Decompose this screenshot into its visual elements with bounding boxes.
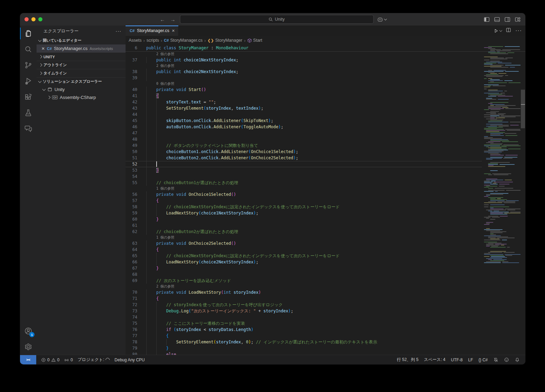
line-number: 53	[126, 167, 137, 173]
breadcrumb-start[interactable]: Start	[247, 38, 262, 43]
code-line: 38 public int choice2NextStoryIndex;	[126, 69, 482, 75]
tree-item-assembly-csharp[interactable]: C#Assembly-CSharp	[37, 93, 126, 101]
chevron-down-icon	[499, 29, 502, 32]
bell-slash-icon[interactable]	[493, 357, 498, 362]
feedback-icon[interactable]	[504, 357, 509, 362]
status-item-utf-8[interactable]: UTF-8	[451, 358, 463, 362]
minimize-window-button[interactable]	[31, 17, 36, 21]
status-item-lf[interactable]: LF	[468, 358, 473, 362]
activity-extensions-icon[interactable]	[20, 89, 37, 105]
code-line: 51 choiceButton2.onClick.AddListener(OnC…	[126, 155, 482, 161]
code-line: 59 LoadNextStory(choice1NextStoryIndex);	[126, 210, 482, 216]
nav-back-icon[interactable]: ←	[159, 17, 166, 22]
search-icon	[269, 17, 273, 22]
chevron-right-icon	[39, 72, 42, 75]
tree-item-unity[interactable]: Unity	[37, 86, 126, 93]
chevron-down-icon	[38, 79, 42, 83]
line-number: 62	[126, 229, 137, 235]
line-number: 49	[126, 142, 137, 149]
codelens-references[interactable]: 2 個の参照	[126, 63, 482, 69]
maximize-window-button[interactable]	[38, 17, 42, 21]
activity-files-icon[interactable]	[20, 26, 37, 41]
code-line: 57 {	[126, 198, 482, 204]
breadcrumb-assets[interactable]: Assets	[129, 38, 142, 43]
line-number: 69	[126, 278, 137, 284]
open-editors-section[interactable]: 開いているエディター	[37, 37, 126, 44]
toggle-sidebar-icon[interactable]	[484, 17, 489, 22]
explorer-more-actions-icon[interactable]: ···	[116, 28, 121, 34]
breadcrumb-separator: ›	[143, 38, 145, 43]
status-item-0[interactable]: 0	[64, 358, 73, 362]
activity-run-debug-icon[interactable]	[20, 73, 37, 89]
code-line: 50 choiceButton1.onClick.AddListener(OnC…	[126, 149, 482, 155]
copilot-menu[interactable]	[377, 17, 386, 22]
close-window-button[interactable]	[24, 17, 29, 21]
codelens-references[interactable]: 1 個の参照	[126, 235, 482, 240]
split-editor-icon[interactable]	[506, 28, 511, 34]
open-editor-storymanager[interactable]: ✕ C# StoryManager.cs Assets/scripts	[37, 44, 126, 52]
status-item--52-5[interactable]: 行 52、列 5	[397, 357, 418, 363]
customize-layout-icon[interactable]	[515, 17, 521, 22]
breadcrumb-storymanager[interactable]: ❮❯StoryManager	[208, 38, 242, 43]
status-item--4[interactable]: スペース: 4	[424, 357, 445, 363]
line-number: 55	[126, 180, 137, 186]
tab-close-icon[interactable]: ✕	[172, 29, 175, 33]
breadcrumb-scripts[interactable]: scripts	[147, 38, 159, 43]
bell-icon[interactable]	[515, 357, 520, 362]
close-icon[interactable]: ✕	[41, 46, 45, 51]
codelens-references[interactable]: 2 個の参照	[126, 51, 482, 57]
status-item-debug-any-cpu[interactable]: Debug Any CPU	[115, 358, 145, 362]
activity-search-icon[interactable]	[20, 41, 37, 57]
codelens-references[interactable]: 2 個の参照	[126, 284, 482, 289]
status-item-0[interactable]: 00	[41, 358, 59, 362]
sidebar-section-1[interactable]: UNITY	[37, 52, 126, 61]
activity-settings-icon[interactable]	[20, 339, 37, 355]
code-line: 46 autoButton.onClick.AddListener(Toggle…	[126, 124, 482, 130]
breadcrumb: Assets›scripts›C#StoryManager.cs›❮❯Story…	[126, 36, 525, 45]
code-line: 73 Debug.Log("次のストーリーインデックス: " + storyIn…	[126, 308, 482, 314]
activity-testing-icon[interactable]	[20, 105, 37, 121]
editor-scrollbar[interactable]	[521, 45, 525, 355]
nav-forward-icon[interactable]: →	[169, 17, 176, 22]
status-item--[interactable]: プロジェクト:	[78, 357, 110, 363]
line-number: 61	[126, 222, 137, 229]
code-line: 49 // ボタンのクリックイベントに関数を割り当て	[126, 142, 482, 149]
editor-more-actions-icon[interactable]: ···	[515, 28, 522, 34]
code-line: 47	[126, 130, 482, 136]
code-line: 54	[126, 173, 482, 180]
line-number: 71	[126, 295, 137, 302]
symbol-method-icon	[247, 38, 252, 43]
sidebar-section-3[interactable]: タイムライン	[37, 69, 126, 77]
chevron-down-icon	[42, 87, 46, 91]
code-line: 58 // choice1NextStoryIndexに設定されたインデックスを…	[126, 204, 482, 210]
sidebar-section-4[interactable]: ソリューション エクスプローラー	[37, 77, 126, 86]
code-line: 56 private void OnChoice1Selected()	[126, 191, 482, 198]
code-line: 60 }	[126, 216, 482, 222]
toggle-panel-icon[interactable]	[494, 17, 500, 22]
run-code-button[interactable]	[494, 29, 502, 33]
line-number: 73	[126, 308, 137, 314]
code-editor[interactable]: 2 個の参照37 public int choice1NextStoryInde…	[126, 51, 482, 355]
status-item--c-[interactable]: {} C#	[478, 358, 488, 362]
line-number: 42	[126, 99, 137, 105]
vscode-window: ← → Unity 1 エクスプローラー ···	[20, 13, 525, 364]
command-center-search[interactable]: Unity	[180, 15, 374, 24]
activity-source-control-icon[interactable]	[20, 57, 37, 73]
remote-indicator[interactable]: ><	[20, 355, 36, 364]
line-number: 60	[126, 216, 137, 222]
activity-account-icon[interactable]: 1	[20, 323, 37, 339]
scrollbar-slider[interactable]	[521, 90, 525, 128]
line-number: 37	[126, 57, 137, 63]
breadcrumb-storymanager-cs[interactable]: C#StoryManager.cs	[164, 38, 202, 43]
codelens-references[interactable]: 0 個の参照	[126, 81, 482, 87]
tab-storymanager[interactable]: C# StoryManager.cs ✕	[126, 26, 179, 36]
minimap[interactable]	[482, 45, 521, 355]
toggle-secondary-sidebar-icon[interactable]	[505, 17, 510, 22]
code-line: 77 {	[126, 333, 482, 339]
codelens-references[interactable]: 1 個の参照	[126, 186, 482, 191]
sidebar-section-2[interactable]: アウトライン	[37, 61, 126, 69]
sticky-scroll-line[interactable]: 6public class StoryManager : MonoBehavio…	[126, 45, 482, 51]
text-cursor	[156, 161, 157, 167]
activity-comments-icon[interactable]	[20, 121, 37, 137]
csharp-file-icon: C#	[164, 38, 169, 42]
